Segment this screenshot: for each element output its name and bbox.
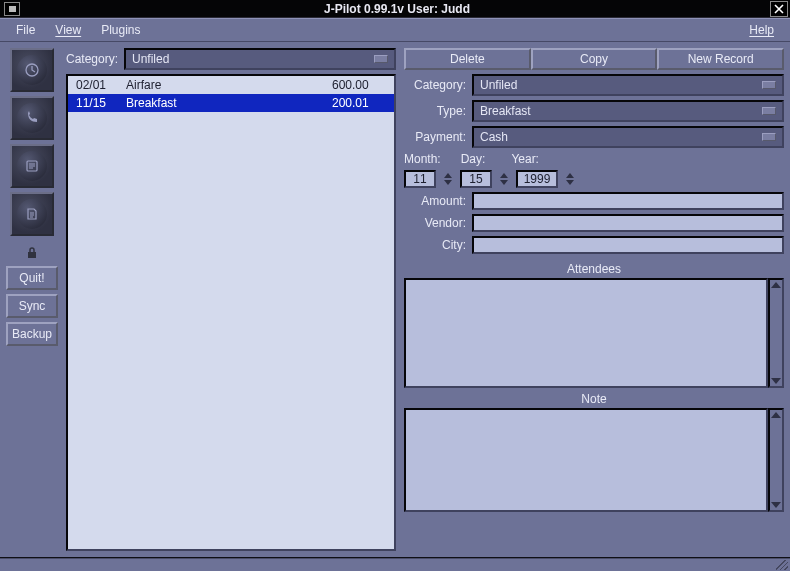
month-input[interactable]: 11: [404, 170, 436, 188]
day-input[interactable]: 15: [460, 170, 492, 188]
payment-value: Cash: [480, 130, 508, 144]
menubar: File View Plugins Help: [0, 18, 790, 42]
left-category-value: Unfiled: [132, 52, 169, 66]
amount-label: Amount:: [404, 194, 466, 208]
attendees-label: Attendees: [404, 262, 784, 276]
amount-input[interactable]: [472, 192, 784, 210]
todo-button[interactable]: [10, 144, 54, 188]
scroll-up-icon: [771, 282, 781, 288]
datebook-button[interactable]: [10, 48, 54, 92]
vendor-input[interactable]: [472, 214, 784, 232]
status-bar: [0, 557, 790, 571]
copy-button[interactable]: Copy: [531, 48, 658, 70]
combo-handle-icon: [762, 107, 776, 115]
year-spinner[interactable]: [564, 170, 576, 188]
scroll-up-icon: [771, 412, 781, 418]
todo-icon: [17, 151, 47, 181]
window-menu-icon[interactable]: [4, 2, 20, 16]
menu-view[interactable]: View: [45, 20, 91, 40]
left-category-label: Category:: [66, 52, 118, 66]
window-titlebar: J-Pilot 0.99.1v User: Judd: [0, 0, 790, 18]
quit-button[interactable]: Quit!: [6, 266, 58, 290]
detail-pane: Delete Copy New Record Category: Unfiled…: [404, 48, 784, 551]
new-record-button[interactable]: New Record: [657, 48, 784, 70]
day-label: Day:: [461, 152, 486, 166]
list-pane: Category: Unfiled 02/01Airfare600.0011/1…: [66, 48, 396, 551]
sync-button[interactable]: Sync: [6, 294, 58, 318]
phone-icon: [17, 103, 47, 133]
city-label: City:: [404, 238, 466, 252]
menu-plugins[interactable]: Plugins: [91, 20, 150, 40]
table-row[interactable]: 02/01Airfare600.00: [68, 76, 394, 94]
window-title: J-Pilot 0.99.1v User: Judd: [24, 2, 770, 16]
type-value: Breakfast: [480, 104, 531, 118]
month-label: Month:: [404, 152, 441, 166]
left-category-combo[interactable]: Unfiled: [124, 48, 396, 70]
city-input[interactable]: [472, 236, 784, 254]
payment-combo[interactable]: Cash: [472, 126, 784, 148]
month-spinner[interactable]: [442, 170, 454, 188]
memo-icon: [17, 199, 47, 229]
type-label: Type:: [404, 104, 466, 118]
scroll-down-icon: [771, 378, 781, 384]
note-scrollbar[interactable]: [768, 408, 784, 512]
right-category-combo[interactable]: Unfiled: [472, 74, 784, 96]
combo-handle-icon: [762, 81, 776, 89]
right-category-value: Unfiled: [480, 78, 517, 92]
table-row[interactable]: 11/15Breakfast200.01: [68, 94, 394, 112]
resize-grip-icon[interactable]: [776, 560, 788, 570]
year-label: Year:: [511, 152, 539, 166]
attendees-textarea[interactable]: [404, 278, 768, 388]
expense-list[interactable]: 02/01Airfare600.0011/15Breakfast200.01: [66, 74, 396, 551]
day-spinner[interactable]: [498, 170, 510, 188]
delete-button[interactable]: Delete: [404, 48, 531, 70]
memo-button[interactable]: [10, 192, 54, 236]
datebook-icon: [17, 55, 47, 85]
combo-handle-icon: [374, 55, 388, 63]
left-toolbar: Quit! Sync Backup: [0, 42, 64, 557]
attendees-scrollbar[interactable]: [768, 278, 784, 388]
menu-help[interactable]: Help: [739, 20, 784, 40]
window-close-button[interactable]: [770, 1, 788, 17]
scroll-down-icon: [771, 502, 781, 508]
note-label: Note: [404, 392, 784, 406]
address-button[interactable]: [10, 96, 54, 140]
close-icon: [774, 4, 784, 14]
lock-icon: [23, 244, 41, 262]
payment-label: Payment:: [404, 130, 466, 144]
menu-file[interactable]: File: [6, 20, 45, 40]
backup-button[interactable]: Backup: [6, 322, 58, 346]
combo-handle-icon: [762, 133, 776, 141]
svg-rect-2: [28, 252, 36, 258]
type-combo[interactable]: Breakfast: [472, 100, 784, 122]
right-category-label: Category:: [404, 78, 466, 92]
year-input[interactable]: 1999: [516, 170, 558, 188]
vendor-label: Vendor:: [404, 216, 466, 230]
note-textarea[interactable]: [404, 408, 768, 512]
